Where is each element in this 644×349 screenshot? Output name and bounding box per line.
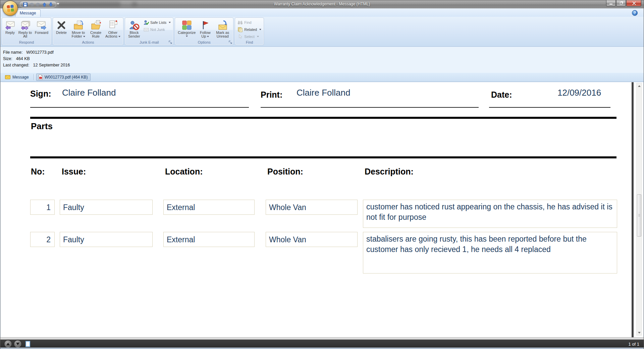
row2-no-cell: 2	[30, 232, 55, 247]
row2-description-cell: stabalisers are going rusty, this has be…	[363, 232, 617, 273]
column-header-description: Description:	[365, 167, 414, 177]
sign-underline	[30, 107, 249, 108]
parts-section-title: Parts	[31, 121, 53, 132]
forward-label: Forward	[35, 31, 48, 35]
undo-button[interactable]	[30, 2, 34, 7]
find-label: Find	[244, 20, 251, 24]
sign-value: Claire Folland	[62, 88, 116, 98]
categorize-button[interactable]: Categorize	[176, 18, 197, 40]
junk-email-group-label: Junk E-mail	[125, 40, 173, 45]
reply-to-all-button[interactable]: Reply to All	[17, 18, 33, 40]
section-divider	[30, 156, 616, 158]
related-button[interactable]: Related	[236, 26, 263, 33]
titlebar: Warranty Claim Acknowledgement - Message…	[0, 0, 644, 8]
mark-as-unread-label: Mark as Unread	[213, 31, 232, 38]
select-button[interactable]: Select	[236, 33, 263, 40]
row2-position-cell: Whole Van	[266, 232, 358, 247]
file-size-row: Size:464 KB	[3, 56, 644, 61]
create-rule-label: Create Rule	[88, 31, 104, 38]
scroll-up-button[interactable]	[637, 83, 642, 89]
reply-icon	[5, 19, 15, 31]
office-button[interactable]	[3, 1, 18, 16]
file-name-label: File name:	[3, 50, 22, 55]
respond-group-label: Respond	[2, 40, 51, 45]
column-header-no: No:	[31, 167, 45, 177]
next-page-button[interactable]	[14, 340, 22, 348]
create-rule-icon	[91, 19, 101, 31]
delete-button[interactable]: Delete	[54, 18, 69, 40]
row1-location-cell: External	[163, 200, 255, 215]
reply-label: Reply	[5, 31, 15, 35]
restore-button[interactable]	[616, 0, 626, 6]
mark-as-unread-icon	[217, 19, 228, 31]
reply-to-all-label: Reply to All	[17, 31, 33, 38]
create-rule-button[interactable]: Create Rule	[88, 18, 104, 40]
pdf-attachment-tab[interactable]: W0012773.pdf (464 KB)	[36, 73, 91, 81]
not-junk-button[interactable]: Not Junk	[142, 26, 172, 33]
previous-page-button[interactable]	[4, 340, 12, 348]
page-thumbnail[interactable]	[25, 341, 30, 347]
tab-message[interactable]: Message	[15, 9, 41, 17]
preview-navigation-bar: 1 of 1	[0, 340, 644, 348]
column-header-location: Location:	[165, 167, 203, 177]
dropdown-arrow-icon	[83, 36, 85, 37]
scroll-down-button[interactable]	[637, 330, 642, 335]
window-bottom-border	[0, 348, 644, 349]
file-name-value: W0012773.pdf	[26, 50, 53, 55]
restore-icon	[620, 2, 623, 4]
message-view-tab-label: Message	[12, 75, 29, 80]
forward-button[interactable]: Forward	[33, 18, 50, 40]
scroll-down-icon	[638, 332, 641, 334]
date-underline	[489, 107, 610, 108]
print-underline	[261, 107, 479, 108]
ribbon-group-junk-email: Block Sender Safe Lists Not Junk Junk E-…	[125, 17, 173, 45]
find-button[interactable]: Find	[236, 19, 263, 26]
other-actions-button[interactable]: Other Actions	[104, 18, 122, 40]
help-button[interactable]: ?	[632, 10, 638, 16]
related-label: Related	[244, 28, 257, 32]
file-size-label: Size:	[3, 56, 12, 61]
other-actions-label: Other Actions	[105, 31, 117, 38]
move-to-folder-button[interactable]: Move to Folder	[69, 18, 88, 40]
scroll-up-icon	[638, 85, 641, 87]
junk-dialog-launcher[interactable]	[168, 40, 172, 44]
ribbon-tab-row: Message ?	[0, 8, 644, 17]
categorize-icon	[182, 19, 192, 31]
close-button[interactable]	[626, 0, 641, 6]
dropdown-arrow-icon	[186, 36, 188, 37]
next-item-button[interactable]	[49, 2, 53, 7]
previous-page-icon	[6, 343, 10, 345]
categorize-label: Categorize	[178, 31, 196, 35]
follow-up-button[interactable]: Follow Up	[197, 18, 213, 40]
window-title: Warranty Claim Acknowledgement - Message…	[0, 2, 644, 6]
horizontal-scroll-strip[interactable]	[0, 337, 644, 340]
previous-item-button[interactable]	[42, 2, 47, 7]
print-value: Claire Folland	[297, 88, 350, 98]
reply-button[interactable]: Reply	[3, 18, 17, 40]
section-divider	[30, 117, 616, 119]
message-view-tab[interactable]: Message	[3, 74, 31, 80]
last-changed-row: Last changed:12 September 2016	[3, 63, 644, 67]
qat-customize-chevron-icon[interactable]	[57, 3, 59, 5]
scrollbar-thumb[interactable]	[637, 194, 641, 237]
vertical-scrollbar[interactable]	[636, 83, 642, 336]
office-logo-icon	[7, 5, 14, 12]
actions-group-label: Actions	[53, 40, 123, 45]
block-sender-button[interactable]: Block Sender	[126, 18, 142, 40]
date-value: 12/09/2016	[557, 88, 601, 98]
dropdown-arrow-icon	[207, 36, 209, 37]
safe-lists-button[interactable]: Safe Lists	[142, 19, 172, 26]
block-sender-icon	[129, 19, 140, 31]
redo-button[interactable]	[36, 2, 40, 7]
minimize-button[interactable]	[606, 0, 616, 6]
related-documents-icon	[237, 27, 243, 32]
page-indicator: 1 of 1	[628, 342, 639, 347]
file-name-row: File name:W0012773.pdf	[3, 50, 644, 55]
options-dialog-launcher[interactable]	[228, 40, 232, 44]
dropdown-arrow-icon	[257, 36, 259, 37]
pdf-attachment-tab-label: W0012773.pdf (464 KB)	[45, 75, 88, 80]
save-button[interactable]	[23, 2, 28, 7]
delete-icon	[56, 19, 66, 31]
mark-as-unread-button[interactable]: Mark as Unread	[213, 18, 232, 40]
pdf-file-icon	[38, 74, 43, 80]
